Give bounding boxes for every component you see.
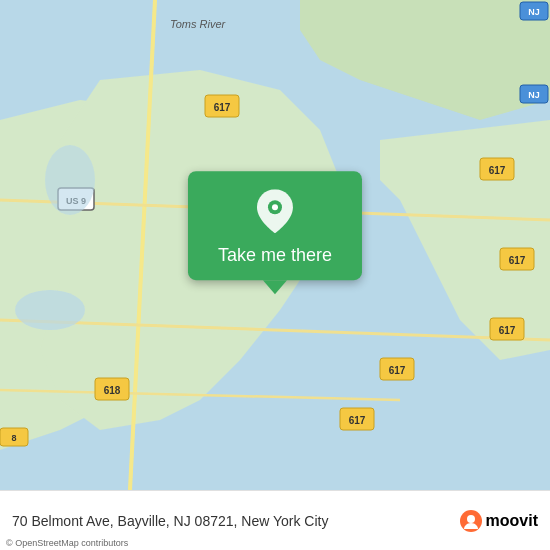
map-pointer xyxy=(263,280,287,294)
moovit-text: moovit xyxy=(486,512,538,530)
svg-point-27 xyxy=(15,290,85,330)
moovit-logo: moovit xyxy=(459,509,538,533)
svg-text:617: 617 xyxy=(349,415,366,426)
svg-point-28 xyxy=(45,145,95,215)
svg-text:618: 618 xyxy=(104,385,121,396)
location-pin-icon xyxy=(257,189,293,237)
svg-point-38 xyxy=(467,515,475,523)
svg-text:Toms River: Toms River xyxy=(170,18,227,30)
map-view: 617 617 617 617 617 617 618 US 9 Toms Ri… xyxy=(0,0,550,490)
svg-text:NJ: NJ xyxy=(528,7,540,17)
address-label: 70 Belmont Ave, Bayville, NJ 08721, New … xyxy=(12,513,459,529)
svg-text:617: 617 xyxy=(509,255,526,266)
osm-credit: © OpenStreetMap contributors xyxy=(6,538,128,548)
svg-text:617: 617 xyxy=(214,102,231,113)
svg-text:617: 617 xyxy=(489,165,506,176)
svg-text:8: 8 xyxy=(11,433,16,443)
take-me-there-button[interactable]: Take me there xyxy=(218,245,332,266)
footer: 70 Belmont Ave, Bayville, NJ 08721, New … xyxy=(0,490,550,550)
moovit-icon xyxy=(459,509,483,533)
svg-text:NJ: NJ xyxy=(528,90,540,100)
svg-text:617: 617 xyxy=(389,365,406,376)
take-me-there-box[interactable]: Take me there xyxy=(188,171,362,280)
button-overlay: Take me there xyxy=(188,171,362,294)
svg-text:617: 617 xyxy=(499,325,516,336)
svg-point-36 xyxy=(272,204,278,210)
